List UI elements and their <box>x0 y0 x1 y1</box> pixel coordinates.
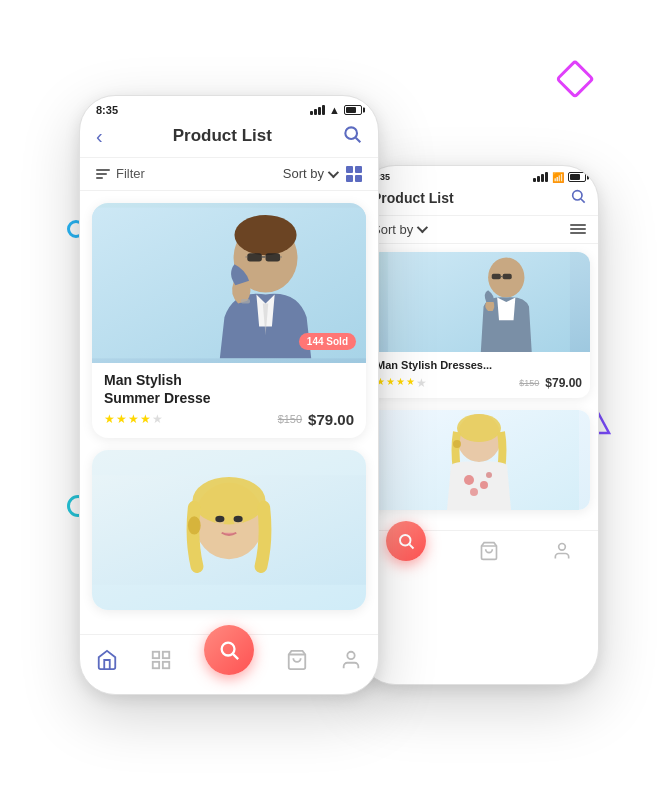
signal-bars-front <box>310 105 325 115</box>
product-image-woman-back <box>368 410 590 510</box>
svg-point-11 <box>453 440 461 448</box>
price-block-back-1: $150 $79.00 <box>519 376 582 390</box>
bottom-nav-back <box>360 530 598 575</box>
filter-bar-front: Filter Sort by <box>80 157 378 191</box>
nav-title-back: Product List <box>372 190 454 206</box>
svg-rect-42 <box>153 662 159 668</box>
svg-point-16 <box>400 535 411 546</box>
svg-point-10 <box>457 414 501 442</box>
svg-point-37 <box>215 516 224 522</box>
product-card-front-1[interactable]: 144 Sold Man StylishSummer Dresse ★ ★ ★ … <box>92 203 366 438</box>
filter-button-front[interactable]: Filter <box>96 166 145 181</box>
svg-point-1 <box>573 190 582 199</box>
product-card-back-1[interactable]: Man Stylish Dresses... ★ ★ ★ ★ ★ $150 $7… <box>368 252 590 398</box>
product-image-man-back <box>368 252 590 352</box>
nav-profile-front[interactable] <box>340 649 362 671</box>
new-price-front-1: $79.00 <box>308 411 354 428</box>
svg-rect-30 <box>241 298 250 303</box>
battery-icon-front <box>344 105 362 115</box>
svg-point-20 <box>345 127 357 139</box>
product-info-back-1: Man Stylish Dresses... ★ ★ ★ ★ ★ $150 $7… <box>368 352 590 398</box>
back-button-front[interactable]: ‹ <box>96 125 103 148</box>
search-icon-back[interactable] <box>570 188 586 209</box>
status-bar-back: 8:35 📶 <box>360 166 598 186</box>
stars-back-1: ★ ★ ★ ★ ★ <box>376 376 427 390</box>
filter-bar-back: Sort by <box>360 215 598 244</box>
filter-right-front: Sort by <box>283 166 362 182</box>
search-icon-front[interactable] <box>342 124 362 149</box>
svg-rect-3 <box>388 252 570 352</box>
bottom-nav-front <box>80 634 378 689</box>
svg-line-21 <box>356 137 361 142</box>
svg-point-34 <box>188 516 201 534</box>
wifi-icon-back: 📶 <box>552 172 564 183</box>
product-name-back-1: Man Stylish Dresses... <box>376 358 582 372</box>
svg-point-43 <box>222 643 235 656</box>
product-meta-back-1: ★ ★ ★ ★ ★ $150 $79.00 <box>376 376 582 390</box>
new-price-back-1: $79.00 <box>545 376 582 390</box>
product-card-back-2[interactable] <box>368 410 590 510</box>
signal-bars-back <box>533 172 548 182</box>
search-fab-front[interactable] <box>204 625 254 675</box>
svg-rect-5 <box>492 273 501 278</box>
scene: ✕ 8:35 📶 Product List <box>39 35 619 755</box>
product-name-front-1: Man StylishSummer Dresse <box>104 371 354 407</box>
grid-view-icon-front[interactable] <box>346 166 362 182</box>
svg-point-46 <box>347 652 354 659</box>
nav-title-front: Product List <box>173 126 272 146</box>
wifi-icon-front: ▲ <box>329 104 340 116</box>
svg-point-14 <box>470 488 478 496</box>
phone-front: 8:35 ▲ ‹ Product List <box>79 95 379 695</box>
price-block-front-1: $150 $79.00 <box>278 411 354 428</box>
filter-label-front: Filter <box>116 166 145 181</box>
phone-back: 8:35 📶 Product List <box>359 165 599 685</box>
product-list-back: Man Stylish Dresses... ★ ★ ★ ★ ★ $150 $7… <box>360 244 598 530</box>
svg-line-17 <box>410 544 414 548</box>
product-image-man-front: 144 Sold <box>92 203 366 363</box>
status-icons-front: ▲ <box>310 104 362 116</box>
list-icon-back[interactable] <box>570 224 586 234</box>
svg-point-15 <box>486 472 492 478</box>
svg-rect-39 <box>153 652 159 658</box>
status-icons-back: 📶 <box>533 172 586 183</box>
chevron-down-icon-back <box>417 222 428 233</box>
svg-line-44 <box>233 654 238 659</box>
sort-label-front: Sort by <box>283 166 324 181</box>
battery-icon-back <box>568 172 586 182</box>
svg-point-19 <box>558 543 565 550</box>
svg-rect-26 <box>266 253 281 261</box>
svg-rect-40 <box>163 652 169 658</box>
svg-rect-25 <box>247 253 262 261</box>
nav-cart-front[interactable] <box>286 649 308 671</box>
product-card-front-2[interactable] <box>92 450 366 610</box>
stars-front-1: ★ ★ ★ ★ ★ <box>104 412 163 426</box>
nav-header-back: Product List <box>360 186 598 215</box>
svg-point-13 <box>480 481 488 489</box>
product-info-front-1: Man StylishSummer Dresse ★ ★ ★ ★ ★ $150 … <box>92 363 366 438</box>
sold-badge-front: 144 Sold <box>299 333 356 350</box>
product-list-front: 144 Sold Man StylishSummer Dresse ★ ★ ★ … <box>80 191 378 634</box>
svg-line-2 <box>581 199 585 203</box>
sort-by-back[interactable]: Sort by <box>372 222 425 237</box>
svg-point-12 <box>464 475 474 485</box>
chevron-down-icon-front <box>328 166 339 177</box>
product-meta-front-1: ★ ★ ★ ★ ★ $150 $79.00 <box>104 411 354 428</box>
product-image-woman-front <box>92 450 366 610</box>
sort-by-front[interactable]: Sort by <box>283 166 336 181</box>
svg-rect-41 <box>163 662 169 668</box>
old-price-back-1: $150 <box>519 378 539 388</box>
old-price-front-1: $150 <box>278 413 302 425</box>
nav-header-front: ‹ Product List <box>80 120 378 157</box>
svg-rect-6 <box>503 273 512 278</box>
diamond-decoration <box>555 59 595 99</box>
nav-home-front[interactable] <box>96 649 118 671</box>
svg-point-24 <box>234 214 296 254</box>
status-bar-front: 8:35 ▲ <box>80 96 378 120</box>
nav-grid-front[interactable] <box>150 649 172 671</box>
svg-point-38 <box>234 516 243 522</box>
time-front: 8:35 <box>96 104 118 116</box>
svg-point-33 <box>192 477 265 524</box>
search-fab-back[interactable] <box>386 521 426 561</box>
nav-cart-back[interactable] <box>479 541 499 561</box>
nav-profile-back[interactable] <box>552 541 572 561</box>
